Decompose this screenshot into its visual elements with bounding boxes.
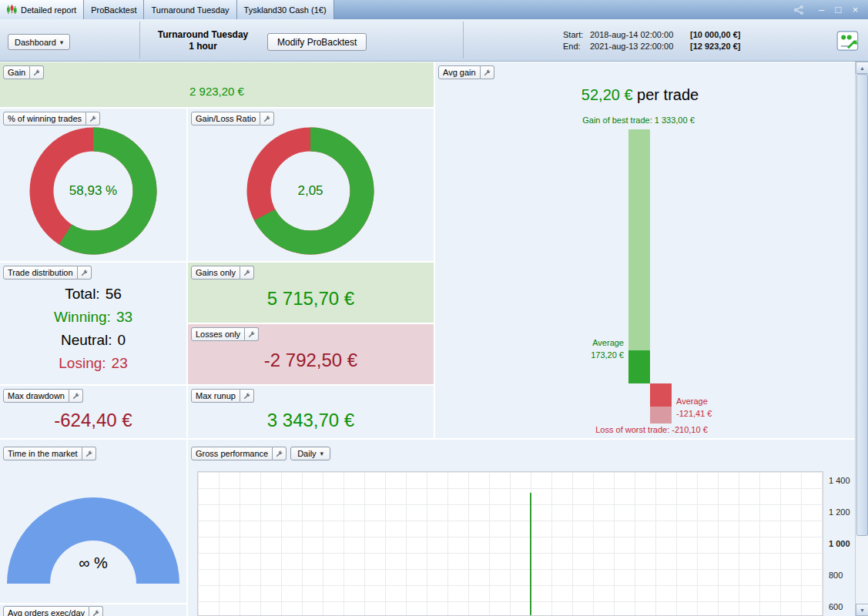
maximize-button[interactable]: □ [831, 2, 846, 17]
gains-only-settings-button[interactable] [240, 266, 254, 280]
total-trades-row: Total:56 [0, 283, 186, 306]
wrench-icon [243, 269, 251, 277]
wrench-icon [92, 609, 100, 616]
dashboard-dropdown[interactable]: Dashboard ▾ [8, 34, 70, 50]
panel-gain: Gain 2 923,20 € [0, 62, 434, 107]
modify-probacktest-button[interactable]: Modify ProBacktest [267, 33, 367, 51]
gain-loss-ratio-value: 2,05 [246, 127, 374, 255]
avg-gain-value: 52,20 € [581, 86, 633, 103]
wrench-icon [243, 392, 251, 400]
panel-avg-gain: Avg gain 52,20 € per trade Gain of best … [435, 62, 855, 438]
strategy-name: Turnaround Tuesday [143, 29, 263, 41]
tab-turnaround-tuesday[interactable]: Turnaround Tuesday [144, 0, 236, 19]
window-controls: – □ × [792, 0, 868, 19]
winning-trades-row: Winning:33 [0, 306, 186, 329]
scroll-up-icon: ▲ [860, 65, 865, 71]
scrollbar-thumb[interactable] [856, 74, 868, 536]
tab-instrument[interactable]: Tyskland30 Cash (1€) [237, 0, 334, 19]
time-in-market-title-button[interactable]: Time in the market [3, 447, 82, 460]
close-button[interactable]: × [848, 2, 863, 17]
panel-time-in-market: Time in the market ∞ % [0, 440, 186, 603]
candlestick-chart-icon [7, 5, 17, 15]
avg-orders-title-button[interactable]: Avg orders exec/day [3, 606, 89, 616]
gross-performance-settings-button[interactable] [273, 447, 287, 460]
wrench-icon [89, 115, 97, 123]
gross-performance-title-button[interactable]: Gross performance [191, 447, 273, 460]
end-label: End: [563, 41, 590, 52]
gain-loss-ratio-title-button[interactable]: Gain/Loss Ratio [191, 112, 260, 126]
minimize-button[interactable]: – [814, 2, 829, 17]
losses-only-title-button[interactable]: Losses only [191, 327, 245, 341]
gain-value: 2 923,20 € [0, 85, 434, 98]
losses-only-settings-button[interactable] [245, 327, 259, 341]
scroll-up-button[interactable]: ▲ [856, 62, 868, 74]
period-dropdown-label: Daily [297, 449, 316, 458]
strategy-info: Turnaround Tuesday 1 hour [143, 29, 263, 52]
wrench-icon [263, 115, 271, 123]
panel-trade-distribution: Trade distribution Total:56 Winning:33 N… [0, 263, 186, 384]
trade-distribution-settings-button[interactable] [78, 266, 92, 280]
panel-gross-performance: Gross performance Daily ▾ 1 400 1 200 1 … [188, 440, 855, 616]
backtest-start: Start:2018-aug-14 02:00:00[10 000,00 €] [563, 29, 740, 41]
panel-gains-only: Gains only 5 715,70 € [188, 263, 434, 323]
max-drawdown-settings-button[interactable] [69, 389, 83, 403]
wrench-icon [275, 450, 283, 458]
wrench-icon [483, 69, 491, 77]
avg-gain-title-button[interactable]: Avg gain [438, 65, 481, 79]
bar-average-gain [628, 350, 650, 383]
end-amount: [12 923,20 €] [690, 42, 740, 51]
gain-settings-button[interactable] [30, 65, 44, 79]
avg-orders-settings-button[interactable] [89, 606, 103, 616]
gain-loss-ratio-settings-button[interactable] [260, 112, 274, 126]
report-icon[interactable] [836, 29, 860, 52]
titlebar: Detailed report ProBacktest Turnaround T… [0, 0, 868, 19]
bar-average-loss [650, 383, 672, 407]
tab-label: ProBacktest [91, 5, 136, 15]
trade-distribution-title-button[interactable]: Trade distribution [3, 266, 78, 280]
time-in-market-value: ∞ % [0, 554, 186, 572]
avg-loss-bar-chart [650, 383, 672, 424]
max-runup-title-button[interactable]: Max runup [191, 389, 240, 403]
strategy-timeframe: 1 hour [143, 41, 263, 52]
winning-trades-settings-button[interactable] [86, 112, 100, 126]
period-dropdown[interactable]: Daily ▾ [290, 447, 330, 460]
gain-title-button[interactable]: Gain [3, 65, 30, 79]
max-drawdown-title-button[interactable]: Max drawdown [3, 389, 69, 403]
dashboard: Gain 2 923,20 € % of winning trades 58,9… [0, 62, 855, 616]
share-icon[interactable] [792, 3, 806, 17]
y-axis-tick: 800 [829, 571, 855, 580]
y-axis-tick: 600 [829, 602, 855, 611]
winning-trades-value: 58,93 % [29, 127, 157, 255]
vertical-scrollbar[interactable]: ▲ ▼ [855, 62, 868, 616]
tab-detailed-report[interactable]: Detailed report [0, 0, 84, 19]
caret-down-icon: ▾ [320, 450, 324, 457]
toolbar-divider [463, 22, 464, 59]
backtest-end: End:2021-aug-13 22:00:00[12 923,20 €] [563, 41, 740, 52]
panel-avg-orders: Avg orders exec/day [0, 604, 186, 616]
backtest-period: Start:2018-aug-14 02:00:00[10 000,00 €] … [563, 29, 740, 52]
max-runup-settings-button[interactable] [240, 389, 254, 403]
wrench-icon [80, 269, 89, 277]
gains-only-title-button[interactable]: Gains only [191, 266, 240, 280]
dashboard-dropdown-label: Dashboard [15, 38, 56, 47]
max-drawdown-value: -624,40 € [0, 410, 186, 431]
end-datetime: 2021-aug-13 22:00:00 [590, 41, 690, 52]
tab-probacktest[interactable]: ProBacktest [84, 0, 144, 19]
gross-performance-chart[interactable] [197, 471, 823, 616]
losses-only-value: -2 792,50 € [188, 350, 434, 371]
start-datetime: 2018-aug-14 02:00:00 [590, 29, 690, 41]
trade-distribution-rows: Total:56 Winning:33 Neutral:0 Losing:23 [0, 283, 186, 375]
wrench-icon [85, 450, 93, 458]
winning-trades-title-button[interactable]: % of winning trades [3, 112, 86, 126]
scroll-down-button[interactable]: ▼ [856, 604, 868, 616]
panel-winning-trades: % of winning trades 58,93 % [0, 109, 186, 261]
equity-spike-line [530, 493, 531, 615]
y-axis-tick: 1 200 [829, 507, 855, 517]
bar-worst-trade [650, 407, 672, 424]
avg-gain-settings-button[interactable] [481, 65, 494, 79]
time-in-market-settings-button[interactable] [82, 447, 96, 460]
worst-trade-label: Loss of worst trade: -210,10 € [536, 425, 767, 434]
neutral-trades-row: Neutral:0 [0, 329, 186, 352]
start-label: Start: [563, 29, 590, 41]
scroll-down-icon: ▼ [860, 608, 865, 613]
